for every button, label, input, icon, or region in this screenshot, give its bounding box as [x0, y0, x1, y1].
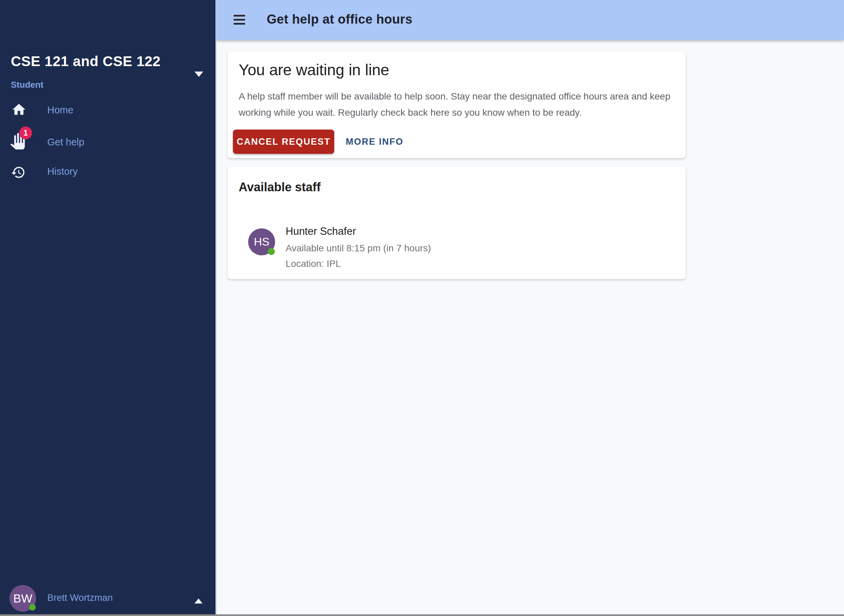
hamburger-menu-icon[interactable]	[234, 15, 245, 25]
staff-name: Hunter Schafer	[285, 225, 356, 238]
available-staff-card: Available staff HS Hunter Schafer Availa…	[228, 167, 686, 279]
staff-list-item: HS Hunter Schafer Available until 8:15 p…	[228, 221, 686, 268]
caret-up-icon	[194, 598, 203, 604]
sidebar-item-history[interactable]: History	[0, 159, 216, 188]
history-clock-icon	[11, 165, 26, 180]
sidebar-item-label: Get help	[47, 136, 84, 148]
sidebar: CSE 121 and CSE 122 Student Home 1 Get h…	[0, 0, 216, 616]
course-switcher[interactable]: CSE 121 and CSE 122 Student	[0, 47, 216, 98]
window-bottom-edge	[0, 614, 844, 616]
get-help-badge: 1	[19, 126, 32, 139]
staff-avatar: HS	[248, 228, 275, 255]
sidebar-item-label: History	[47, 166, 78, 177]
user-menu[interactable]: BW Brett Wortzman	[0, 581, 216, 615]
staff-avatar-initials: HS	[254, 235, 269, 248]
waiting-card: You are waiting in line A help staff mem…	[228, 51, 686, 158]
more-info-button[interactable]: MORE INFO	[340, 129, 410, 154]
avatar-initials: BW	[13, 592, 32, 605]
role-label: Student	[11, 80, 44, 90]
office-hours-app: CSE 121 and CSE 122 Student Home 1 Get h…	[0, 0, 844, 616]
cancel-request-button[interactable]: CANCEL REQUEST	[233, 129, 334, 154]
waiting-card-body: A help staff member will be available to…	[239, 88, 678, 121]
staff-card-title: Available staff	[239, 180, 321, 194]
sidebar-item-get-help[interactable]: 1 Get help	[0, 129, 216, 158]
staff-online-status-dot	[268, 248, 275, 255]
topbar: Get help at office hours	[216, 0, 844, 40]
waiting-card-title: You are waiting in line	[239, 61, 389, 79]
staff-location: Location: IPL	[285, 258, 341, 269]
caret-down-icon	[194, 72, 203, 77]
avatar: BW	[9, 585, 36, 612]
online-status-dot	[29, 604, 36, 611]
page-title: Get help at office hours	[267, 12, 413, 26]
main-content: You are waiting in line A help staff mem…	[216, 40, 844, 616]
home-icon	[11, 102, 26, 117]
sidebar-item-home[interactable]: Home	[0, 95, 216, 124]
user-name: Brett Wortzman	[47, 593, 113, 603]
course-title: CSE 121 and CSE 122	[11, 53, 161, 69]
staff-availability: Available until 8:15 pm (in 7 hours)	[285, 243, 431, 254]
sidebar-item-label: Home	[47, 104, 73, 116]
